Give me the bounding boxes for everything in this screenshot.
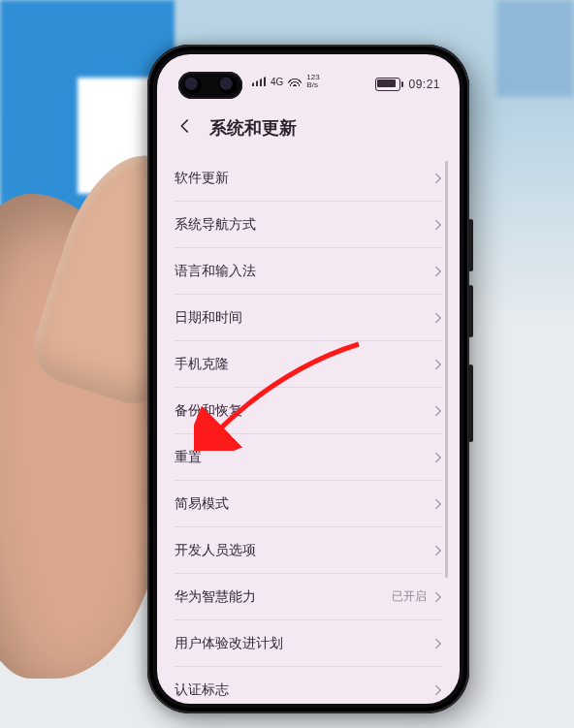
chevron-right-icon <box>434 452 442 463</box>
page-header: 系统和更新 <box>157 105 460 151</box>
row-phone-clone[interactable]: 手机克隆 <box>175 341 442 388</box>
back-button[interactable] <box>175 117 196 139</box>
chevron-right-icon <box>434 173 442 184</box>
wifi-icon <box>288 77 302 86</box>
row-reset[interactable]: 重置 <box>175 434 442 481</box>
row-label: 华为智慧能力 <box>175 588 256 606</box>
row-label: 用户体验改进计划 <box>175 635 283 652</box>
row-label: 认证标志 <box>175 681 229 699</box>
status-time: 09:21 <box>408 78 440 91</box>
row-label: 日期和时间 <box>175 309 242 327</box>
chevron-right-icon <box>434 638 442 649</box>
row-user-experience[interactable]: 用户体验改进计划 <box>175 620 442 667</box>
row-label: 重置 <box>175 449 202 466</box>
row-language-input[interactable]: 语言和输入法 <box>175 248 442 295</box>
chevron-right-icon <box>434 359 442 370</box>
chevron-right-icon <box>434 312 442 324</box>
row-simple-mode[interactable]: 简易模式 <box>175 481 442 527</box>
status-bar: 4G 123B/s 09:21 <box>157 68 460 101</box>
chevron-right-icon <box>434 266 442 277</box>
row-value: 已开启 <box>392 588 427 605</box>
back-arrow-icon <box>176 117 194 139</box>
settings-list: 软件更新 系统导航方式 语言和输入法 <box>157 155 460 704</box>
row-label: 开发人员选项 <box>175 542 256 559</box>
row-label: 语言和输入法 <box>175 263 256 280</box>
row-certification[interactable]: 认证标志 <box>175 667 442 704</box>
background-shape <box>496 0 574 97</box>
phone-screen: 4G 123B/s 09:21 系统和更新 <box>157 54 460 704</box>
row-label: 软件更新 <box>175 170 229 187</box>
row-label: 手机克隆 <box>175 356 229 373</box>
row-system-navigation[interactable]: 系统导航方式 <box>175 202 442 248</box>
row-date-time[interactable]: 日期和时间 <box>175 295 442 341</box>
chevron-right-icon <box>434 405 442 417</box>
row-label: 简易模式 <box>175 495 229 513</box>
chevron-right-icon <box>434 545 442 556</box>
row-label: 备份和恢复 <box>175 402 242 420</box>
chevron-right-icon <box>434 684 442 696</box>
status-left: 4G 123B/s <box>252 74 320 89</box>
row-label: 系统导航方式 <box>175 216 256 234</box>
battery-icon <box>375 78 400 91</box>
scene: 4G 123B/s 09:21 系统和更新 <box>0 0 574 728</box>
phone-frame: 4G 123B/s 09:21 系统和更新 <box>147 45 469 713</box>
power-button <box>468 364 473 442</box>
row-software-update[interactable]: 软件更新 <box>175 155 442 202</box>
row-backup-restore[interactable]: 备份和恢复 <box>175 388 442 434</box>
network-speed: 123B/s <box>306 74 319 89</box>
scrollbar-thumb[interactable] <box>445 161 448 578</box>
chevron-right-icon <box>434 219 442 231</box>
background-shape <box>78 78 155 194</box>
volume-down-button <box>468 285 473 337</box>
scrollbar[interactable] <box>445 161 448 675</box>
row-huawei-ai[interactable]: 华为智慧能力 已开启 <box>175 574 442 620</box>
volume-up-button <box>468 219 473 271</box>
chevron-right-icon <box>434 498 442 510</box>
network-type-label: 4G <box>271 77 283 87</box>
chevron-right-icon <box>434 591 442 603</box>
row-developer-options[interactable]: 开发人员选项 <box>175 527 442 574</box>
page-title: 系统和更新 <box>209 116 297 140</box>
signal-icon <box>252 77 266 86</box>
